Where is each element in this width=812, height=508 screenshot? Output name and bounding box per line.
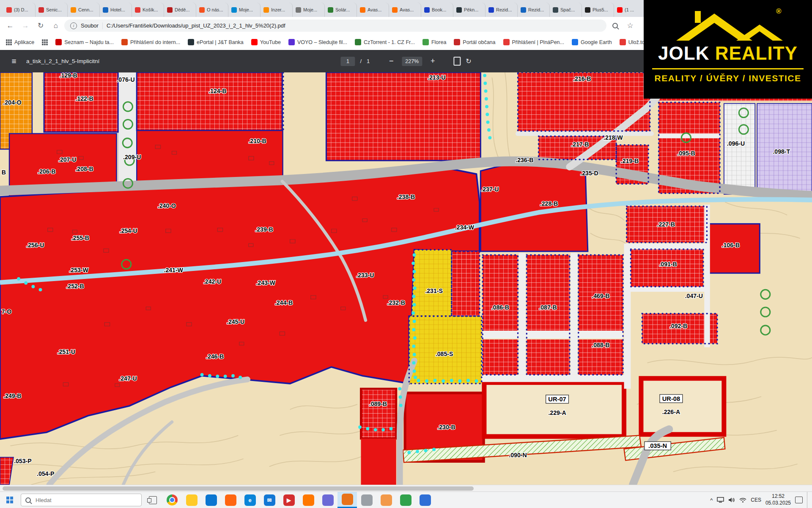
mail-button[interactable]: ✉ xyxy=(260,492,279,508)
zoom-out-button[interactable]: − xyxy=(386,56,397,67)
display-icon[interactable] xyxy=(717,497,724,503)
browser-tab[interactable]: Inzer... xyxy=(261,3,293,17)
avast-button[interactable] xyxy=(299,492,318,508)
map-parcel-label: .232-B xyxy=(387,299,405,306)
browser-tab[interactable]: Moje... xyxy=(293,3,325,17)
start-button[interactable] xyxy=(0,492,19,508)
horizontal-scrollbar[interactable] xyxy=(0,485,812,491)
browser-tab[interactable]: Rezid... xyxy=(518,3,550,17)
bookmark-item[interactable]: CzTorrent - 1. CZ Fr... xyxy=(355,39,415,45)
fit-page-icon[interactable] xyxy=(453,57,461,66)
map-parcel-label: .207-U xyxy=(58,156,76,163)
browser-tab[interactable]: Senic... xyxy=(36,3,68,17)
page-number-input[interactable]: 1 xyxy=(340,57,355,66)
browser-tab[interactable]: Cenn... xyxy=(68,3,100,17)
bookmark-item[interactable]: YouTube xyxy=(251,39,281,45)
tray-chevron-icon[interactable]: ^ xyxy=(710,497,713,503)
apps-grid-icon[interactable] xyxy=(42,39,48,45)
bookmark-item[interactable]: Seznam – Najdu ta... xyxy=(55,39,114,45)
avast-icon xyxy=(303,494,314,506)
browser-tab[interactable]: O nás... xyxy=(196,3,228,17)
browser-tab[interactable]: Rezid... xyxy=(486,3,518,17)
pdf-menu-icon[interactable]: ≡ xyxy=(7,54,21,69)
rotate-icon[interactable]: ↻ xyxy=(466,57,471,65)
browser-tab[interactable]: Book... xyxy=(421,3,453,17)
svg-text:®: ® xyxy=(776,7,782,15)
notification-center-icon[interactable] xyxy=(795,497,803,503)
reload-icon[interactable]: ↻ xyxy=(34,19,47,33)
back-icon[interactable]: ← xyxy=(3,19,17,33)
map-parcel-label: .054-P xyxy=(37,470,54,477)
home-icon[interactable]: ⌂ xyxy=(49,19,63,33)
volume-icon[interactable] xyxy=(728,497,735,503)
map-parcel-label: .247-U xyxy=(119,375,137,382)
network-wifi-icon[interactable] xyxy=(739,497,746,503)
bookmark-item[interactable]: Google Earth xyxy=(572,39,612,45)
bookmark-item[interactable]: Portál občana xyxy=(454,39,495,45)
maps-button[interactable] xyxy=(357,492,376,508)
map-parcel-label: .209-U xyxy=(123,154,141,160)
browser-tab[interactable]: Plus5... xyxy=(582,3,614,17)
search-input[interactable] xyxy=(35,497,121,504)
taskbar-clock[interactable]: 12:52 05.03.2025 xyxy=(765,493,791,506)
browser-tab[interactable]: Dědě... xyxy=(164,3,196,17)
bookmark-favicon xyxy=(355,39,361,45)
task-view-button[interactable] xyxy=(143,492,162,508)
calculator-button[interactable] xyxy=(201,492,221,508)
taskbar-search[interactable] xyxy=(21,494,142,506)
bookmark-item[interactable]: VOYO – Sledujte fil... xyxy=(288,39,347,45)
map-parcel-label: .129-B xyxy=(60,72,77,79)
map-parcel-label: .216-B xyxy=(573,75,591,82)
bookmark-item[interactable]: Ulož.to xyxy=(620,39,645,45)
bookmark-item[interactable]: Přihlášení do intern... xyxy=(121,39,180,45)
show-desktop-button[interactable] xyxy=(807,492,809,508)
language-indicator[interactable]: CES xyxy=(751,497,761,503)
map-parcel-label: .085-S xyxy=(436,351,453,357)
browser-tab[interactable]: Košík... xyxy=(132,3,164,17)
apps-grid-icon xyxy=(6,39,12,45)
tab-favicon xyxy=(263,7,269,13)
zoom-in-button[interactable]: + xyxy=(427,56,438,67)
address-bar[interactable]: i Soubor C:/Users/František/Downloads/up… xyxy=(64,19,606,32)
task-view-icon xyxy=(149,496,157,504)
scrollbar-thumb[interactable] xyxy=(3,486,474,491)
browser-tab[interactable]: Hotel... xyxy=(100,3,132,17)
bookmark-item[interactable]: ePortal | J&T Banka xyxy=(188,39,244,45)
file-info-icon[interactable]: i xyxy=(70,22,77,29)
map-parcel-label: .076-U xyxy=(117,76,134,83)
chrome-button[interactable] xyxy=(162,492,182,508)
bookmark-item[interactable]: Přihlášení | PlnáPen... xyxy=(503,39,564,45)
snip-tool-button[interactable] xyxy=(415,492,435,508)
map-parcel-label: .204-O xyxy=(3,99,21,106)
firefox-icon xyxy=(225,494,236,506)
map-parcel-label: .218-W xyxy=(604,134,623,141)
browser-tab[interactable]: Moje... xyxy=(228,3,261,17)
browser-tab[interactable]: Avas... xyxy=(389,3,421,17)
browser-tab[interactable]: Solár... xyxy=(325,3,357,17)
bookmark-apps[interactable]: Aplikace xyxy=(6,39,34,45)
pdf-map-canvas[interactable]: .129-B.076-U.122-B.124-B.204-O.213-U.216… xyxy=(0,72,812,485)
tray-time: 12:52 xyxy=(765,493,791,500)
photos-button[interactable] xyxy=(337,492,357,508)
map-parcel-label: .246-B xyxy=(206,353,224,360)
browser-tab[interactable]: Spač... xyxy=(550,3,582,17)
media-player-button[interactable]: ▶ xyxy=(279,492,299,508)
bookmark-star-icon[interactable]: ☆ xyxy=(623,19,637,33)
store-button[interactable] xyxy=(396,492,415,508)
browser-tab[interactable]: (1 ... xyxy=(614,3,646,17)
paint-button[interactable] xyxy=(376,492,396,508)
bookmark-favicon xyxy=(121,39,128,45)
forward-icon[interactable]: → xyxy=(19,19,32,33)
zoom-search-icon[interactable] xyxy=(608,19,622,33)
bookmark-item[interactable]: Florea xyxy=(422,39,446,45)
browser-tab[interactable]: Pěkn... xyxy=(453,3,486,17)
bookmark-favicon xyxy=(572,39,578,45)
firefox-button[interactable] xyxy=(221,492,240,508)
browser-tab[interactable]: Avas... xyxy=(357,3,389,17)
edge-button[interactable]: e xyxy=(240,492,260,508)
tab-label: Spač... xyxy=(560,7,579,12)
file-explorer-button[interactable] xyxy=(182,492,201,508)
page-total: 1 xyxy=(367,58,370,64)
browser-tab[interactable]: (3) D... xyxy=(3,3,36,17)
messenger-button[interactable] xyxy=(318,492,337,508)
